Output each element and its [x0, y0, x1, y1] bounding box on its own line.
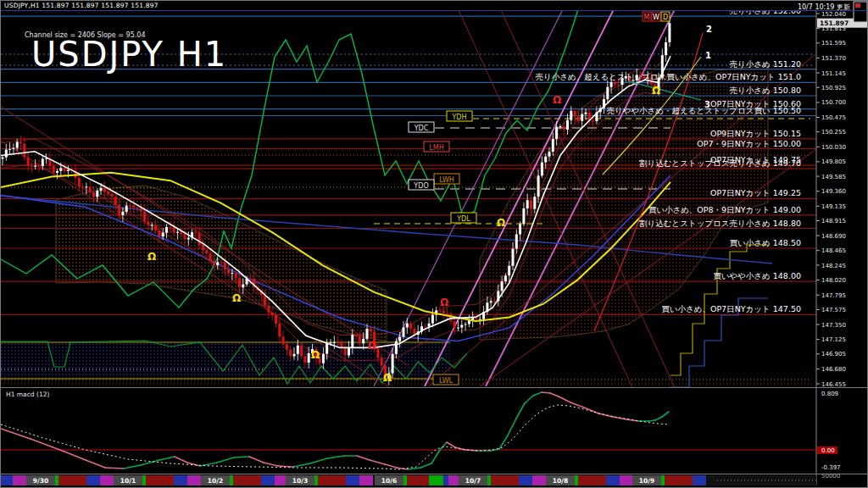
svg-text:LWH: LWH	[439, 176, 454, 184]
svg-text:W: W	[653, 14, 659, 21]
price-tick: 150.030	[821, 144, 846, 151]
level-annotation: 割り込むとストップロス売り小さめ 148.80	[639, 219, 801, 228]
macd-scale-label: 50000	[821, 473, 840, 480]
price-tick: 147.125	[821, 336, 846, 343]
omega-marker: Ω	[440, 297, 448, 308]
date-label: 10/7	[465, 477, 481, 485]
date-axis-bar: 9/3010/110/210/310/610/710/810/9	[1, 475, 816, 485]
date-label: 9/30	[33, 477, 48, 485]
macd-scale-label: -0.397	[821, 464, 841, 471]
symbol-watermark: USDJPY H1	[31, 35, 227, 74]
level-annotation: 売りやや小さめ・超えるとストップロス買い 150.50	[606, 106, 801, 115]
price-tick: 146.455	[821, 381, 846, 388]
price-tick: 150.925	[821, 85, 846, 92]
omega-marker: Ω	[553, 94, 561, 106]
main-chart-area: ΩΩΩΩΩΩΩΩΩMWD213YDHYDCLMHLWHYDOYDLLWL売り小さ…	[1, 1, 816, 488]
omega-marker: Ω	[311, 349, 320, 361]
svg-text:YDH: YDH	[451, 114, 466, 121]
svg-text:YDO: YDO	[413, 182, 428, 190]
price-tick: 149.360	[821, 188, 846, 195]
svg-text:151.897: 151.897	[820, 19, 849, 27]
level-annotation: OP7・9日NYカット 150.00	[697, 139, 801, 148]
close-icon	[855, 3, 860, 8]
omega-marker: Ω	[497, 217, 505, 229]
date-label: 10/8	[553, 477, 568, 485]
price-tick: 149.805	[821, 158, 846, 165]
svg-text:YDC: YDC	[414, 125, 429, 132]
level-annotation: 割り込むとストップロス売り小さめ 149.70	[639, 158, 801, 168]
omega-marker: Ω	[652, 85, 660, 97]
svg-text:LMH: LMH	[429, 144, 443, 152]
price-tick: 148.020	[821, 277, 846, 284]
price-tick: 150.255	[821, 129, 846, 136]
macd-scale-label: 0.00	[821, 447, 835, 454]
target-number: 2	[706, 25, 712, 34]
level-annotation: 買いやや小さめ 148.00	[713, 271, 801, 280]
price-tick: 147.795	[821, 292, 846, 299]
date-label: 10/2	[208, 477, 223, 485]
price-tick: 151.595	[821, 40, 846, 47]
omega-marker: Ω	[147, 251, 156, 263]
price-tick: 151.145	[821, 70, 846, 77]
date-label: 10/9	[639, 477, 654, 485]
level-annotation: 買い小さめ 148.50	[730, 238, 801, 247]
price-tick: 148.465	[821, 247, 846, 254]
level-annotation: 買い小さめ、OP8・9日NYカット 149.00	[648, 205, 801, 214]
price-tick: 149.135	[821, 203, 846, 210]
macd-indicator-label: H1 macd (12)	[6, 391, 49, 398]
price-tick: 148.690	[821, 233, 846, 240]
price-axis: 152.040151.815151.595151.370151.145150.9…	[816, 2, 867, 485]
price-tick: 150.475	[821, 114, 846, 121]
window-title: USDJPY,H1 151.897 151.897 151.897 151.89…	[4, 2, 159, 9]
price-tick: 148.915	[821, 218, 846, 225]
svg-text:D: D	[663, 14, 668, 21]
level-annotation: 売り小さめ、超えるとストップロス買い小さめ、OP7日NYカット 151.0	[536, 72, 801, 81]
level-annotation: OP9日NYカット 150.15	[710, 129, 801, 138]
price-tick: 149.585	[821, 174, 846, 180]
price-tick: 151.370	[821, 55, 846, 62]
level-annotation: 売り小さめ 150.80	[730, 86, 801, 95]
price-tick: 147.350	[821, 322, 846, 329]
price-tick: 148.245	[821, 263, 846, 269]
date-label: 10/6	[381, 477, 397, 485]
trading-chart-window: ΩΩΩΩΩΩΩΩΩMWD213YDHYDCLMHLWHYDOYDLLWL売り小さ…	[0, 0, 868, 488]
svg-text:M: M	[644, 14, 650, 21]
price-tick: 147.575	[821, 307, 846, 313]
date-label: 10/3	[292, 477, 308, 485]
price-tick: 146.905	[821, 351, 846, 358]
level-annotation: 売り小さめ 151.20	[730, 59, 801, 69]
titlebar-separator	[1, 10, 868, 11]
omega-marker: Ω	[383, 372, 392, 384]
date-label: 10/1	[120, 477, 136, 485]
macd-panel: 0.8090.00-0.39750000	[1, 388, 868, 480]
macd-scale-label: 0.809	[821, 391, 838, 397]
target-number: 1	[705, 51, 711, 60]
omega-marker: Ω	[232, 292, 241, 304]
level-annotation: OP7日NYカット 149.25	[710, 188, 801, 197]
svg-text:LWL: LWL	[439, 377, 453, 385]
price-tick: 146.680	[821, 366, 846, 373]
level-annotation: 買い小さめ、OP7日NYカット 147.50	[661, 304, 801, 313]
price-chart-canvas[interactable]: ΩΩΩΩΩΩΩΩΩMWD213YDHYDCLMHLWHYDOYDLLWL売り小さ…	[1, 1, 868, 488]
svg-text:YDL: YDL	[456, 215, 470, 223]
price-tick: 150.700	[821, 99, 846, 106]
omega-marker: Ω	[368, 340, 376, 352]
macd-signal-line	[1, 405, 669, 469]
